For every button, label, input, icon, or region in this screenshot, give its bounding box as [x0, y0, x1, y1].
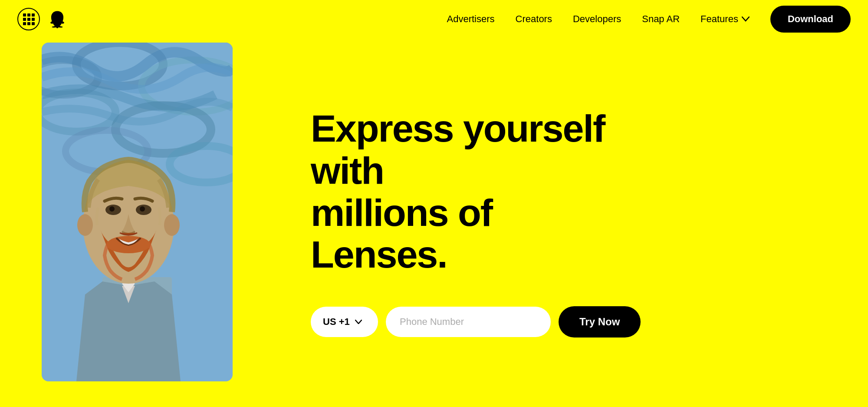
hero-headline: Express yourself with millions of Lenses…	[311, 108, 623, 276]
svg-point-11	[109, 206, 115, 212]
country-code-selector[interactable]: US +1	[311, 307, 378, 337]
navbar: Advertisers Creators Developers Snap AR …	[0, 0, 868, 38]
svg-point-16	[164, 214, 180, 236]
download-button[interactable]: Download	[770, 6, 851, 33]
navbar-right: Advertisers Creators Developers Snap AR …	[447, 6, 851, 33]
right-panel: Express yourself with millions of Lenses…	[276, 38, 868, 407]
phone-form: US +1 Try Now	[311, 306, 833, 338]
grid-icon	[23, 13, 35, 25]
painting	[42, 43, 233, 381]
svg-point-13	[140, 206, 145, 212]
navbar-left	[17, 8, 67, 30]
country-chevron-icon	[355, 320, 362, 324]
chevron-down-icon	[742, 17, 750, 22]
nav-link-advertisers[interactable]: Advertisers	[447, 13, 495, 25]
image-panel	[42, 38, 276, 407]
snapchat-logo[interactable]	[48, 10, 67, 29]
try-now-button[interactable]: Try Now	[559, 306, 641, 338]
phone-input[interactable]	[386, 307, 551, 337]
svg-point-15	[77, 214, 93, 236]
main-content: Express yourself with millions of Lenses…	[0, 38, 868, 407]
nav-link-developers[interactable]: Developers	[573, 13, 621, 25]
menu-button[interactable]	[17, 8, 40, 30]
nav-link-features[interactable]: Features	[700, 13, 750, 25]
nav-link-snap-ar[interactable]: Snap AR	[642, 13, 680, 25]
nav-link-creators[interactable]: Creators	[516, 13, 552, 25]
painting-background	[42, 43, 233, 381]
